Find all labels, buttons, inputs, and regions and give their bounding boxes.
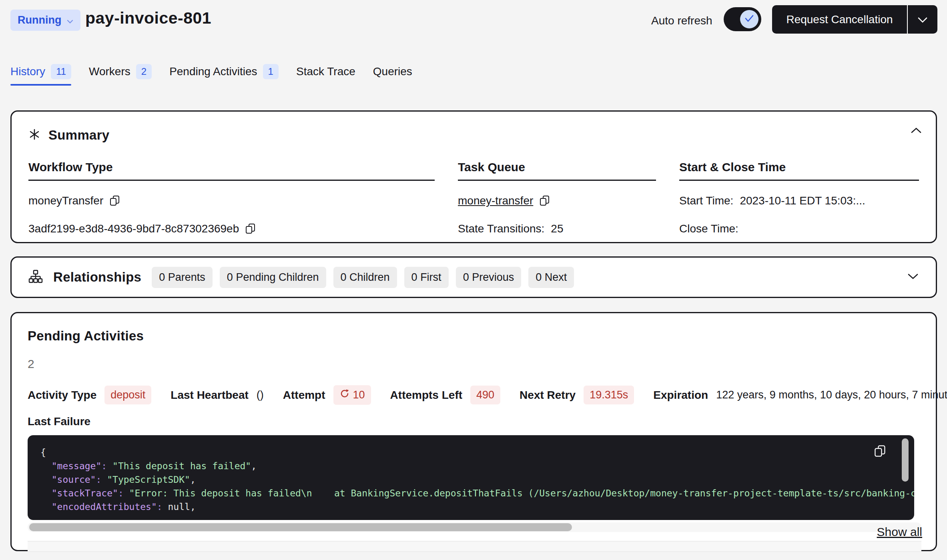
relationships-title: Relationships [53,270,141,285]
copy-code-button[interactable] [872,442,889,461]
task-queue-header: Task Queue [458,160,656,181]
chevron-down-icon [67,14,73,26]
tab-stack-trace-label: Stack Trace [296,65,355,78]
tab-history-label: History [10,65,45,78]
tab-queries-label: Queries [373,65,412,78]
code-open-brace: { [40,447,46,458]
workflow-type-header: Workflow Type [28,160,435,181]
request-cancellation-label: Request Cancellation [772,5,907,34]
tab-history[interactable]: History 11 [10,64,71,86]
start-time-value: 2023-10-11 EDT 15:03:... [740,194,865,207]
summary-title: Summary [48,128,110,143]
code-vertical-scrollbar[interactable] [902,438,909,482]
tab-history-count: 11 [51,64,71,79]
tab-workers-label: Workers [89,65,130,78]
task-queue-link[interactable]: money-transfer [458,194,533,207]
copy-workflow-type-button[interactable] [110,195,120,206]
relationships-expand-chevron-down-icon[interactable] [907,273,919,282]
attempt-value: 10 [353,389,365,401]
copy-run-id-button[interactable] [245,223,256,234]
code-value-source: "TypeScriptSDK" [107,474,190,485]
chevron-down-icon [917,13,928,26]
pending-activity-stats: Activity Type deposit Last Heartbeat () … [28,385,920,405]
code-key-encodedattributes: "encodedAttributes" [40,502,157,512]
code-horizontal-scrollbar-track[interactable] [28,522,921,532]
expiration-label: Expiration [653,389,708,402]
summary-collapse-chevron-up-icon[interactable] [910,127,922,136]
toggle-knob [740,10,758,28]
attempt-label: Attempt [283,389,325,402]
tab-workers-count: 2 [136,64,152,79]
workflow-type-value: moneyTransfer [28,194,103,207]
summary-asterisk-icon [28,128,40,142]
tab-queries[interactable]: Queries [373,65,412,84]
last-failure-code-wrap: { "message": "This deposit has failed", … [28,435,920,520]
next-retry-label: Next Retry [520,389,576,402]
attempt-badge: 10 [333,385,371,405]
tab-pending-activities-count: 1 [263,64,279,79]
code-key-message: "message" [40,461,101,471]
code-comma: , [251,461,257,471]
code-value-message: "This deposit has failed" [112,461,251,471]
hierarchy-icon [28,269,43,285]
code-value-encodedattributes: null, [168,502,196,512]
tab-stack-trace[interactable]: Stack Trace [296,65,355,84]
page-title: pay-invoice-801 [85,9,211,28]
code-comma: , [190,474,196,485]
start-close-time-header: Start & Close Time [679,160,919,181]
start-time-label: Start Time: [679,194,733,207]
code-sep: : [101,461,112,471]
code-key-source: "source" [40,474,96,485]
request-cancellation-button[interactable]: Request Cancellation [772,5,937,34]
pending-activities-panel: Pending Activities 2 Activity Type depos… [10,312,937,551]
code-key-stacktrace: "stackTrace" [40,488,118,498]
relationships-badges: 0 Parents 0 Pending Children 0 Children … [152,267,574,288]
activity-type-badge: deposit [104,386,151,404]
close-time-label: Close Time: [679,222,738,235]
next-retry-badge: 19.315s [584,386,634,404]
workflow-run-id: 3adf2199-e3d8-4936-9bd7-8c87302369eb [28,222,239,235]
pending-activities-title: Pending Activities [28,328,920,344]
last-failure-code-block[interactable]: { "message": "This deposit has failed", … [28,435,914,520]
next-badge: 0 Next [528,267,574,288]
summary-panel: Summary Workflow Type moneyTransfer 3adf… [10,110,937,243]
tab-pending-activities-label: Pending Activities [169,65,257,78]
code-value-stacktrace: "Error: This deposit has failed\n at Ban… [129,488,914,498]
tab-pending-activities[interactable]: Pending Activities 1 [169,64,279,86]
workflow-type-column: Workflow Type moneyTransfer 3adf2199-e3d… [28,160,435,237]
start-close-time-column: Start & Close Time Start Time: 2023-10-1… [679,160,919,237]
attempts-left-label: Attempts Left [390,389,462,402]
expiration-value: 122 years, 9 months, 10 days, 20 hours, … [716,389,947,401]
code-sep: : [118,488,129,498]
last-heartbeat-value: () [257,389,264,401]
copy-task-queue-button[interactable] [540,195,550,206]
collapsed-activity-row[interactable] [28,541,921,552]
workflow-tabs: History 11 Workers 2 Pending Activities … [10,64,412,86]
auto-refresh-toggle[interactable] [724,7,761,31]
state-transitions-value: 25 [551,222,563,235]
previous-badge: 0 Previous [456,267,522,288]
retry-icon [339,388,350,402]
workflow-status-label: Running [18,14,61,26]
code-sep: : [96,474,107,485]
pending-activities-count: 2 [28,357,920,371]
task-queue-column: Task Queue money-transfer State Transiti… [458,160,656,237]
children-badge: 0 Children [333,267,397,288]
code-horizontal-scrollbar-thumb[interactable] [29,523,572,531]
cancellation-menu-caret[interactable] [908,5,937,34]
show-all-link[interactable]: Show all [877,525,922,539]
state-transitions-label: State Transitions: [458,222,544,235]
first-badge: 0 First [404,267,449,288]
code-sep: : [157,502,168,512]
relationships-panel: Relationships 0 Parents 0 Pending Childr… [10,256,937,298]
parents-badge: 0 Parents [152,267,213,288]
last-failure-label: Last Failure [28,415,920,428]
workflow-status-badge[interactable]: Running [10,10,80,31]
last-heartbeat-label: Last Heartbeat [171,389,249,402]
activity-type-label: Activity Type [28,389,96,402]
check-icon [744,14,754,24]
pending-children-badge: 0 Pending Children [220,267,326,288]
tab-workers[interactable]: Workers 2 [89,64,152,86]
auto-refresh-label: Auto refresh [651,14,712,27]
attempts-left-badge: 490 [470,386,500,404]
